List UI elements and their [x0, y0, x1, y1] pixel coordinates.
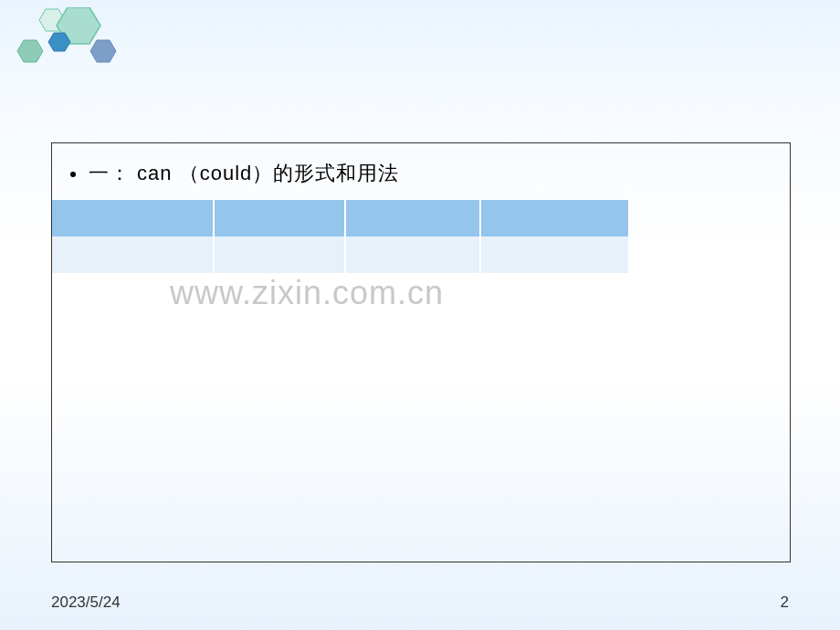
table: [52, 200, 628, 310]
table-cell: [52, 236, 215, 273]
table-row: [52, 200, 628, 236]
table-cell: [481, 273, 628, 310]
footer-date: 2023/5/24: [51, 593, 121, 612]
table-cell: [215, 200, 346, 236]
table-cell: [346, 200, 481, 236]
table-row: [52, 236, 628, 273]
table-cell: [481, 236, 628, 273]
table-row: [52, 273, 628, 310]
table-cell: [215, 273, 346, 310]
content-frame: 一： can （could）的形式和用法: [51, 142, 791, 562]
table-cell: [52, 273, 215, 310]
table-cell: [215, 236, 346, 273]
table-cell: [52, 200, 215, 236]
table-cell: [481, 200, 628, 236]
slide-title: 一： can （could）的形式和用法: [52, 143, 790, 200]
footer-page-number: 2: [781, 593, 789, 612]
svg-marker-3: [17, 40, 43, 62]
bullet-icon: [70, 172, 76, 177]
title-text: 一： can （could）的形式和用法: [89, 162, 399, 184]
table-cell: [346, 273, 481, 310]
svg-marker-4: [90, 40, 116, 62]
decorative-hexagons: [16, 7, 135, 71]
table-cell: [346, 236, 481, 273]
